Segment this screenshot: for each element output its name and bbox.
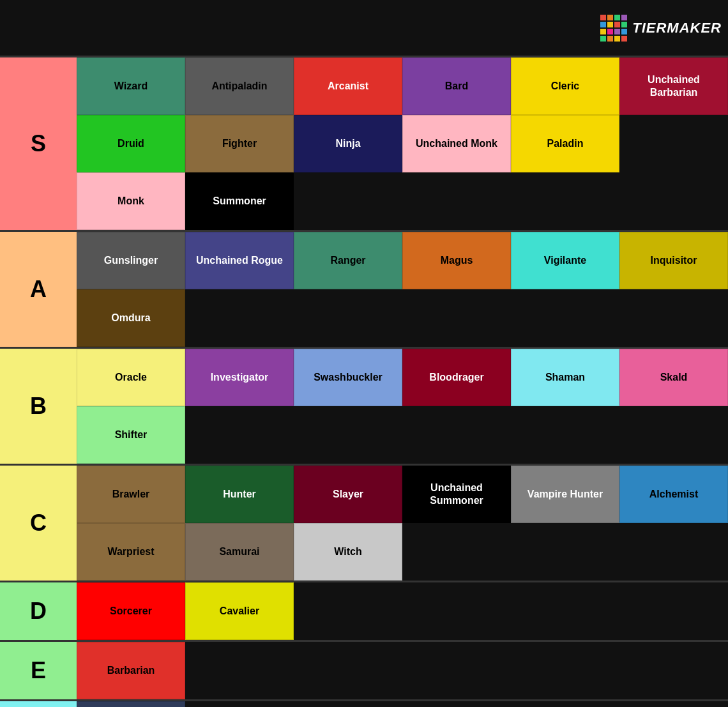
cell-S-1-2: Ninja bbox=[294, 115, 402, 172]
tier-label-B: B bbox=[0, 349, 77, 464]
tier-row-E: EBarbarian bbox=[0, 642, 728, 701]
cell-F-0-4 bbox=[511, 701, 619, 707]
cell-A-0-3: Magus bbox=[402, 232, 511, 289]
cell-S-0-0: Wizard bbox=[77, 57, 185, 115]
cell-D-0-2 bbox=[294, 582, 402, 640]
cell-B-0-1: Investigator bbox=[185, 349, 294, 406]
cell-S-2-2 bbox=[294, 172, 402, 230]
cell-S-1-3: Unchained Monk bbox=[402, 115, 511, 172]
cell-B-1-5 bbox=[619, 406, 728, 464]
cell-C-1-1: Samurai bbox=[185, 523, 294, 581]
cell-C-0-5: Alchemist bbox=[619, 466, 728, 523]
cell-S-1-4: Paladin bbox=[511, 115, 619, 172]
cell-B-0-4: Shaman bbox=[511, 349, 619, 406]
cell-D-0-0: Sorcerer bbox=[77, 582, 185, 640]
logo-area: TiERMAKER bbox=[632, 8, 728, 48]
cell-C-0-0: Brawler bbox=[77, 466, 185, 523]
cell-S-2-1: Summoner bbox=[185, 172, 294, 230]
cell-S-2-5 bbox=[619, 172, 728, 230]
cell-B-1-2 bbox=[294, 406, 402, 464]
cell-F-0-1 bbox=[185, 701, 294, 707]
cell-B-0-0: Oracle bbox=[77, 349, 185, 406]
cell-A-0-0: Gunslinger bbox=[77, 232, 185, 289]
cell-S-0-4: Cleric bbox=[511, 57, 619, 115]
cell-S-0-1: Antipaladin bbox=[185, 57, 294, 115]
cell-F-0-5 bbox=[619, 701, 728, 707]
cell-A-0-4: Vigilante bbox=[511, 232, 619, 289]
tier-content-E: Barbarian bbox=[77, 642, 728, 699]
cell-S-2-3 bbox=[402, 172, 511, 230]
cell-E-0-2 bbox=[294, 642, 402, 699]
cell-C-1-2: Witch bbox=[294, 523, 402, 581]
tier-row-F: FRogue bbox=[0, 701, 728, 707]
cell-E-0-1 bbox=[185, 642, 294, 699]
cell-C-0-2: Slayer bbox=[294, 466, 402, 523]
cell-E-0-0: Barbarian bbox=[77, 642, 185, 699]
tier-content-B: OracleInvestigatorSwashbucklerBloodrager… bbox=[77, 349, 728, 464]
cell-C-0-4: Vampire Hunter bbox=[511, 466, 619, 523]
tier-label-E: E bbox=[0, 642, 77, 699]
cell-A-0-1: Unchained Rogue bbox=[185, 232, 294, 289]
cell-D-0-4 bbox=[511, 582, 619, 640]
tier-content-S: WizardAntipaladinArcanistBardClericUncha… bbox=[77, 57, 728, 230]
cell-C-1-0: Warpriest bbox=[77, 523, 185, 581]
tier-label-A: A bbox=[0, 232, 77, 347]
cell-B-0-5: Skald bbox=[619, 349, 728, 406]
cell-S-2-0: Monk bbox=[77, 172, 185, 230]
cell-A-1-5 bbox=[619, 289, 728, 347]
cell-E-0-3 bbox=[402, 642, 511, 699]
cell-A-0-2: Ranger bbox=[294, 232, 402, 289]
cell-S-1-0: Druid bbox=[77, 115, 185, 172]
cell-C-0-1: Hunter bbox=[185, 466, 294, 523]
cell-A-1-3 bbox=[402, 289, 511, 347]
cell-D-0-1: Cavalier bbox=[185, 582, 294, 640]
tier-row-A: AGunslingerUnchained RogueRangerMagusVig… bbox=[0, 232, 728, 349]
cell-E-0-4 bbox=[511, 642, 619, 699]
tier-content-C: BrawlerHunterSlayerUnchained SummonerVam… bbox=[77, 466, 728, 581]
cell-A-1-2 bbox=[294, 289, 402, 347]
cell-A-0-5: Inquisitor bbox=[619, 232, 728, 289]
tier-label-S: S bbox=[0, 57, 77, 230]
cell-S-1-1: Fighter bbox=[185, 115, 294, 172]
cell-A-1-4 bbox=[511, 289, 619, 347]
cell-S-2-4 bbox=[511, 172, 619, 230]
tier-row-B: BOracleInvestigatorSwashbucklerBloodrage… bbox=[0, 349, 728, 466]
tier-content-D: SorcererCavalier bbox=[77, 582, 728, 640]
cell-A-1-1 bbox=[185, 289, 294, 347]
cell-B-1-4 bbox=[511, 406, 619, 464]
cell-F-0-2 bbox=[294, 701, 402, 707]
cell-D-0-5 bbox=[619, 582, 728, 640]
cell-A-1-0: Omdura bbox=[77, 289, 185, 347]
cell-S-0-5: Unchained Barbarian bbox=[619, 57, 728, 115]
cell-F-0-3 bbox=[402, 701, 511, 707]
cell-C-1-3 bbox=[402, 523, 511, 581]
cell-S-0-3: Bard bbox=[402, 57, 511, 115]
cell-D-0-3 bbox=[402, 582, 511, 640]
tier-row-C: CBrawlerHunterSlayerUnchained SummonerVa… bbox=[0, 466, 728, 582]
cell-S-0-2: Arcanist bbox=[294, 57, 402, 115]
tier-content-A: GunslingerUnchained RogueRangerMagusVigi… bbox=[77, 232, 728, 347]
cell-F-0-0: Rogue bbox=[77, 701, 185, 707]
cell-B-1-3 bbox=[402, 406, 511, 464]
cell-B-1-0: Shifter bbox=[77, 406, 185, 464]
tier-rows-container: SWizardAntipaladinArcanistBardClericUnch… bbox=[0, 57, 728, 707]
cell-B-0-2: Swashbuckler bbox=[294, 349, 402, 406]
cell-B-0-3: Bloodrager bbox=[402, 349, 511, 406]
cell-C-1-5 bbox=[619, 523, 728, 581]
cell-S-1-5 bbox=[619, 115, 728, 172]
cell-B-1-1 bbox=[185, 406, 294, 464]
tier-label-F: F bbox=[0, 701, 77, 707]
tier-label-C: C bbox=[0, 466, 77, 581]
tier-content-F: Rogue bbox=[77, 701, 728, 707]
tier-row-S: SWizardAntipaladinArcanistBardClericUnch… bbox=[0, 57, 728, 232]
tier-row-D: DSorcererCavalier bbox=[0, 582, 728, 642]
cell-C-1-4 bbox=[511, 523, 619, 581]
cell-E-0-5 bbox=[619, 642, 728, 699]
cell-C-0-3: Unchained Summoner bbox=[402, 466, 511, 523]
tier-label-D: D bbox=[0, 582, 77, 640]
